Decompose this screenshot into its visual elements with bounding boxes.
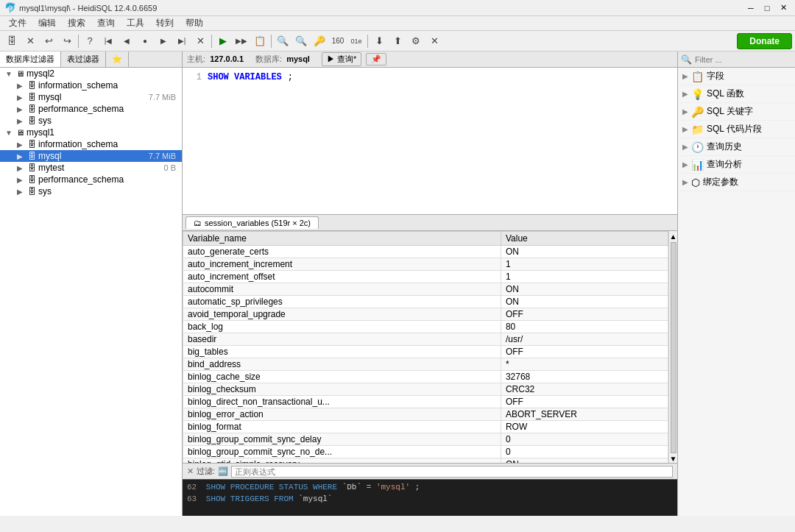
table-row[interactable]: binlog_group_commit_sync_delay0 [183, 433, 668, 446]
table-row[interactable]: big_tablesOFF [183, 346, 668, 358]
tree-item-info-schema2[interactable]: ▶ 🗄 information_schema [0, 138, 182, 150]
helper-item-字段[interactable]: ▶ 📋 字段 [678, 68, 795, 85]
tree-item-info-schema1[interactable]: ▶ 🗄 information_schema [0, 79, 182, 91]
stat-btn[interactable]: 160 [329, 33, 347, 49]
tree-item-mysql1-root[interactable]: ▼ 🖥 mysql1 [0, 127, 182, 138]
scroll-up-arrow[interactable]: ▲ [670, 233, 677, 241]
tab-table-filter[interactable]: 表过滤器 [61, 52, 106, 67]
helper-item-SQL 函数[interactable]: ▶ 💡 SQL 函数 [678, 85, 795, 103]
minimize-button[interactable]: ─ [743, 2, 758, 14]
table-row[interactable]: binlog_group_commit_sync_no_de...0 [183, 446, 668, 458]
pin-btn[interactable]: 📌 [366, 53, 386, 65]
cell-variable-name: back_log [183, 321, 501, 333]
run-query-header-btn[interactable]: ▶ 查询* [322, 52, 361, 66]
maximize-button[interactable]: □ [760, 2, 774, 14]
cell-value: 32768 [501, 371, 668, 383]
menu-item-文件[interactable]: 文件 [3, 16, 32, 30]
last-record-btn[interactable]: ▶| [173, 33, 191, 49]
settings-btn[interactable]: ⚙ [407, 33, 425, 49]
menu-item-帮助[interactable]: 帮助 [180, 16, 209, 30]
close-button[interactable]: ✕ [776, 2, 791, 14]
table-row[interactable]: binlog_direct_non_transactional_u...OFF [183, 396, 668, 408]
table-row[interactable]: automatic_sp_privilegesON [183, 296, 668, 308]
menu-item-搜索[interactable]: 搜索 [62, 16, 91, 30]
tree-item-perf-schema2[interactable]: ▶ 🗄 performance_schema [0, 174, 182, 185]
close2-btn[interactable]: ✕ [425, 33, 443, 49]
helper-item-查询历史[interactable]: ▶ 🕐 查询历史 [678, 138, 795, 156]
search-btn[interactable]: 🔍 [274, 33, 292, 49]
table-row[interactable]: avoid_temporal_upgradeOFF [183, 308, 668, 321]
tree-node-name: mysql [38, 151, 146, 161]
tree-item-sys2[interactable]: ▶ 🗄 sys [0, 185, 182, 197]
helper-item-icon: 🔑 [691, 106, 704, 118]
key-btn[interactable]: 🔑 [311, 33, 328, 49]
redo-btn[interactable]: ↪ [58, 33, 76, 49]
filter-close-btn[interactable]: ✕ [187, 467, 194, 476]
scroll-down-arrow[interactable]: ▼ [670, 455, 677, 463]
helper-item-label: 查询分析 [707, 158, 742, 171]
helper-item-icon: ⬡ [691, 177, 700, 188]
results-table-wrap[interactable]: Variable_name Value auto_generate_certsO… [183, 231, 668, 463]
refresh-btn[interactable]: ● [136, 33, 154, 49]
tree-item-mysql1-db[interactable]: ▶ 🗄 mysql 7.7 MiB [0, 91, 182, 103]
menu-item-编辑[interactable]: 编辑 [32, 16, 62, 30]
table-row[interactable]: bind_address* [183, 358, 668, 371]
table-row[interactable]: binlog_checksumCRC32 [183, 383, 668, 396]
import-btn[interactable]: ⬆ [389, 33, 406, 49]
col-variable-name[interactable]: Variable_name [183, 232, 501, 246]
copy-btn[interactable]: 📋 [251, 33, 269, 49]
helper-item-arrow: ▶ [682, 107, 688, 116]
table-row[interactable]: basedir/usr/ [183, 333, 668, 346]
table-row[interactable]: auto_increment_offset1 [183, 271, 668, 283]
table-row[interactable]: binlog_cache_size32768 [183, 371, 668, 383]
tree-item-perf-schema1[interactable]: ▶ 🗄 performance_schema [0, 103, 182, 115]
helper-item-SQL 关键字[interactable]: ▶ 🔑 SQL 关键字 [678, 103, 795, 121]
run-all-btn[interactable]: ▶▶ [233, 33, 250, 49]
undo-btn[interactable]: ↩ [40, 33, 57, 49]
menu-item-工具[interactable]: 工具 [121, 16, 150, 30]
menu-item-转到[interactable]: 转到 [150, 16, 180, 30]
cell-variable-name: binlog_error_action [183, 408, 501, 421]
export-btn[interactable]: ⬇ [370, 33, 388, 49]
first-record-btn[interactable]: |◀ [99, 33, 117, 49]
donate-button[interactable]: Donate [737, 33, 792, 49]
run-query-btn[interactable]: ▶ [214, 33, 232, 49]
table-row[interactable]: autocommitON [183, 283, 668, 296]
table-row[interactable]: auto_generate_certsON [183, 246, 668, 258]
cell-value: 1 [501, 258, 668, 271]
tree-item-sys1[interactable]: ▶ 🗄 sys [0, 115, 182, 127]
results-tab-bar: 🗂 session_variables (519r × 2c) [183, 215, 677, 231]
new-connection-btn[interactable]: 🗄 [3, 33, 21, 49]
replace-btn[interactable]: 🔍 [292, 33, 310, 49]
table-row[interactable]: binlog_error_actionABORT_SERVER [183, 408, 668, 421]
tab-favorites[interactable]: ⭐ [106, 52, 129, 67]
col-value[interactable]: Value [501, 232, 668, 246]
tree-node-icon: 🗄 [28, 175, 36, 184]
tree-node-size: 7.7 MiB [149, 152, 179, 160]
tree-item-mytest-db[interactable]: ▶ 🗄 mytest 0 B [0, 162, 182, 174]
next-record-btn[interactable]: ▶ [155, 33, 172, 49]
tree-item-mysql2-db[interactable]: ▶ 🗄 mysql 7.7 MiB [0, 150, 182, 162]
tree-item-mysql2-root[interactable]: ▼ 🖥 mysql2 [0, 68, 182, 79]
filter-input[interactable] [231, 466, 673, 478]
hex-btn[interactable]: 01e [347, 33, 365, 49]
helper-item-绑定参数[interactable]: ▶ ⬡ 绑定参数 [678, 174, 795, 191]
right-area: 主机: 127.0.0.1 数据库: mysql ▶ 查询* 📌 1 SHOW … [183, 52, 677, 516]
table-row[interactable]: auto_increment_increment1 [183, 258, 668, 271]
prev-record-btn[interactable]: ◀ [118, 33, 135, 49]
helper-item-查询分析[interactable]: ▶ 📊 查询分析 [678, 156, 795, 174]
disconnect-btn[interactable]: ✕ [21, 33, 39, 49]
table-row[interactable]: back_log80 [183, 321, 668, 333]
stop-btn[interactable]: ✕ [191, 33, 209, 49]
table-row[interactable]: binlog_formatROW [183, 421, 668, 433]
cell-variable-name: auto_generate_certs [183, 246, 501, 258]
vertical-scrollbar[interactable]: ▲ ▼ [668, 231, 677, 463]
menu-item-查询[interactable]: 查询 [91, 16, 121, 30]
help-btn[interactable]: ? [81, 33, 99, 49]
table-filter-label: 表过滤器 [67, 54, 99, 65]
result-tab-session-vars[interactable]: 🗂 session_variables (519r × 2c) [186, 216, 319, 229]
sql-editor[interactable]: 1 SHOW VARIABLES; [183, 68, 677, 215]
helper-item-SQL 代码片段[interactable]: ▶ 📁 SQL 代码片段 [678, 121, 795, 138]
tab-db-filter[interactable]: 数据库过滤器 [0, 52, 61, 67]
helper-filter-input[interactable] [695, 55, 795, 64]
